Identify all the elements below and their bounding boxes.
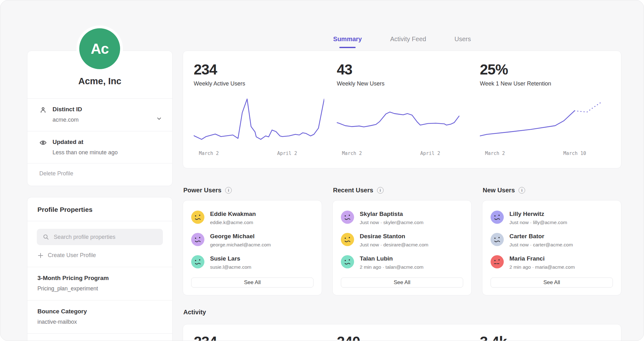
profile-card: Acme, Inc Distinct ID acme.com bbox=[27, 51, 173, 186]
user-detail: susie.l@acme.com bbox=[210, 264, 251, 270]
user-avatar bbox=[341, 255, 354, 268]
stat-week1-retention: 25% Week 1 New User Retention March 2 Ma… bbox=[480, 61, 610, 163]
stat-value: 234 bbox=[194, 61, 324, 78]
weekly-active-users-sparkline bbox=[194, 98, 324, 147]
user-lists-row: Power Users i Eddie Kwakman eddie.k@acme… bbox=[183, 187, 621, 295]
stat-value: 43 bbox=[337, 61, 467, 78]
eye-icon bbox=[39, 139, 47, 146]
recent-users-section: Recent Users i Skylar Baptista Just now … bbox=[332, 187, 472, 295]
user-name: Eddie Kwakman bbox=[210, 211, 256, 217]
user-detail: 2 min ago · maria@acme.com bbox=[509, 264, 575, 270]
property-value: inactive-mailbox bbox=[37, 319, 162, 325]
create-user-profile-button[interactable]: Create User Profile bbox=[37, 252, 96, 259]
stat-label: Weekly New Users bbox=[337, 80, 467, 87]
user-avatar bbox=[191, 233, 204, 246]
user-list-item[interactable]: Eddie Kwakman eddie.k@acme.com bbox=[191, 211, 314, 225]
tab-bar: Summary Activity Feed Users bbox=[183, 0, 621, 51]
user-list-item[interactable]: Skylar Baptista Just now · skyler@acme.c… bbox=[341, 211, 463, 225]
x-tick-end: April 2 bbox=[277, 151, 297, 156]
activity-stat-value: 240 bbox=[337, 333, 467, 341]
activity-card: 234 240 3.4k bbox=[183, 324, 621, 341]
tab-activity-feed[interactable]: Activity Feed bbox=[390, 36, 427, 43]
user-list-item[interactable]: Maria Franci 2 min ago · maria@acme.com bbox=[491, 255, 613, 270]
profile-sidebar: Ac Acme, Inc Distinct ID acme.com bbox=[27, 0, 173, 341]
property-value: Pricing_plan_experiment bbox=[37, 285, 162, 292]
user-avatar bbox=[491, 255, 504, 268]
property-label: 3-Month Pricing Program bbox=[37, 275, 162, 282]
property-row-bounce-category[interactable]: Bounce Category inactive-mailbox bbox=[27, 300, 172, 333]
profile-properties-title: Profile Properties bbox=[27, 197, 172, 221]
power-users-card: Eddie Kwakman eddie.k@acme.com George Mi… bbox=[183, 200, 322, 295]
plus-icon bbox=[37, 252, 44, 259]
x-axis: March 2 April 2 bbox=[194, 151, 324, 157]
see-all-button[interactable]: See All bbox=[191, 278, 314, 288]
person-icon bbox=[39, 106, 47, 114]
user-detail: 2 min ago · talan@acme.com bbox=[360, 264, 424, 270]
distinct-id-label: Distinct ID bbox=[53, 106, 149, 113]
new-users-title: New Users i bbox=[483, 187, 621, 194]
tab-users[interactable]: Users bbox=[454, 36, 471, 43]
stat-weekly-new-users: 43 Weekly New Users March 2 April 2 bbox=[337, 61, 467, 163]
x-tick-start: March 2 bbox=[199, 151, 219, 156]
user-list-item[interactable]: Lilly Herwitz Just now · lilly@acme.com bbox=[491, 211, 613, 225]
user-avatar bbox=[191, 255, 204, 268]
updated-at-label: Updated at bbox=[53, 139, 164, 146]
user-name: Maria Franci bbox=[509, 255, 575, 262]
new-users-section: New Users i Lilly Herwitz Just now · lil… bbox=[482, 187, 621, 295]
recent-users-card: Skylar Baptista Just now · skyler@acme.c… bbox=[332, 200, 472, 295]
user-detail: Just now · carter@acme.com bbox=[509, 242, 573, 248]
search-icon bbox=[42, 234, 49, 240]
profile-properties-search[interactable] bbox=[37, 229, 163, 245]
summary-stats-card: 234 Weekly Active Users March 2 April 2 … bbox=[183, 51, 621, 168]
activity-stat-value: 3.4k bbox=[480, 333, 610, 341]
user-detail: Just now · skyler@acme.com bbox=[360, 220, 424, 225]
see-all-button[interactable]: See All bbox=[341, 278, 463, 288]
retention-sparkline bbox=[480, 98, 610, 147]
company-avatar-initials: Ac bbox=[91, 40, 109, 57]
list-title-text: New Users bbox=[483, 187, 515, 194]
info-icon[interactable]: i bbox=[377, 187, 384, 194]
stat-value: 25% bbox=[480, 61, 610, 78]
see-all-button[interactable]: See All bbox=[491, 278, 613, 288]
stat-label: Week 1 New User Retention bbox=[480, 80, 610, 87]
user-list-item[interactable]: Carter Bator Just now · carter@acme.com bbox=[491, 233, 613, 248]
user-avatar bbox=[341, 211, 354, 224]
user-detail: george.michael@acme.com bbox=[210, 242, 271, 248]
property-label: Bounce Category bbox=[37, 308, 162, 315]
property-row-browser[interactable]: Browser Chrome bbox=[27, 334, 172, 341]
user-avatar bbox=[491, 211, 504, 224]
search-input[interactable] bbox=[53, 234, 157, 241]
app-frame: Ac Acme, Inc Distinct ID acme.com bbox=[0, 0, 644, 341]
user-list-item[interactable]: George Michael george.michael@acme.com bbox=[191, 233, 314, 248]
info-icon[interactable]: i bbox=[519, 187, 525, 194]
user-list-item[interactable]: Susie Lars susie.l@acme.com bbox=[191, 255, 314, 270]
property-row-pricing-program[interactable]: 3-Month Pricing Program Pricing_plan_exp… bbox=[27, 267, 172, 300]
create-user-profile-label: Create User Profile bbox=[48, 252, 96, 259]
main-content: Summary Activity Feed Users 234 Weekly A… bbox=[183, 0, 621, 341]
x-axis: March 2 March 10 bbox=[480, 151, 610, 157]
power-users-section: Power Users i Eddie Kwakman eddie.k@acme… bbox=[183, 187, 322, 295]
stat-weekly-active-users: 234 Weekly Active Users March 2 April 2 bbox=[194, 61, 324, 163]
user-name: Susie Lars bbox=[210, 255, 251, 262]
field-updated-at: Updated at Less than one minute ago bbox=[27, 131, 172, 163]
company-avatar: Ac bbox=[79, 28, 120, 69]
activity-section-title: Activity bbox=[183, 309, 621, 316]
profile-properties-card: Profile Properties Create User Profile 3… bbox=[27, 197, 173, 341]
user-list-item[interactable]: Desirae Stanton Just now · desirare@acme… bbox=[341, 233, 463, 248]
info-icon[interactable]: i bbox=[225, 187, 232, 194]
tab-summary[interactable]: Summary bbox=[333, 36, 363, 43]
user-name: Desirae Stanton bbox=[360, 233, 428, 240]
distinct-id-expand-button[interactable] bbox=[155, 114, 164, 124]
x-tick-end: March 10 bbox=[564, 151, 586, 156]
user-list-item[interactable]: Talan Lubin 2 min ago · talan@acme.com bbox=[341, 255, 463, 270]
divider bbox=[27, 221, 172, 221]
list-title-text: Power Users bbox=[183, 187, 221, 194]
user-detail: Just now · lilly@acme.com bbox=[509, 220, 567, 225]
user-detail: Just now · desirare@acme.com bbox=[360, 242, 428, 248]
chevron-down-icon bbox=[156, 115, 162, 122]
x-tick-end: April 2 bbox=[420, 151, 440, 156]
new-users-card: Lilly Herwitz Just now · lilly@acme.com … bbox=[482, 200, 621, 295]
x-tick-start: March 2 bbox=[485, 151, 505, 156]
user-avatar bbox=[341, 233, 354, 246]
delete-profile-button[interactable]: Delete Profile bbox=[27, 163, 172, 186]
